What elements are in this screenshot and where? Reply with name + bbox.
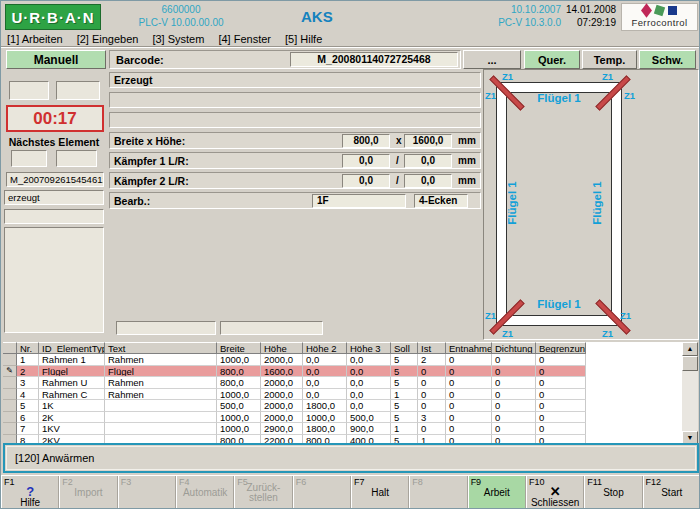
table-cell: 6 <box>17 412 39 424</box>
dimension-row-size: Breite x Höhe: 800,0 x 1600,0 mm <box>109 132 481 149</box>
table-column-header[interactable]: Nr. <box>17 342 39 354</box>
table-column-header[interactable]: Text <box>105 342 217 354</box>
scroll-up-icon[interactable]: ▲ <box>682 342 698 356</box>
kaempfer2-right-value: 0,0 <box>404 174 452 188</box>
temp-button[interactable]: Temp. <box>582 50 637 69</box>
table-row[interactable]: 1Rahmen 1Rahmen1000,02000,00,00,052000 <box>3 354 586 366</box>
schw-button[interactable]: Schw. <box>639 50 696 69</box>
fkey-label: Stop <box>603 488 624 498</box>
fkey-label: Start <box>661 488 682 498</box>
kaempfer2-left-value: 0,0 <box>342 174 390 188</box>
row-selector[interactable] <box>3 423 17 435</box>
menu-system[interactable]: [3] System <box>152 33 204 45</box>
menu-hilfe[interactable]: [5] Hilfe <box>285 33 322 45</box>
fkey-label: Hilfe <box>20 498 40 508</box>
table-cell: 2 <box>17 366 39 378</box>
part-label-right: Flügel 1 <box>591 168 603 238</box>
table-row[interactable]: 3Rahmen URahmen800,02000,00,00,050000 <box>3 377 586 389</box>
fkey-f5[interactable]: F5Zurück- stellen <box>234 476 292 509</box>
table-row[interactable]: 4Rahmen CRahmen1000,02000,00,00,010000 <box>3 389 586 401</box>
machine-number: 6600000 <box>111 3 251 16</box>
app-title: AKS <box>301 8 333 25</box>
fkey-number: F9 <box>471 477 482 487</box>
table-cell: 0 <box>418 389 446 401</box>
table-cell: 0 <box>536 389 586 401</box>
fkey-f10[interactable]: F10✕Schliessen <box>526 476 584 509</box>
scrollbar-thumb[interactable] <box>682 356 698 371</box>
table-cell: 0,0 <box>347 354 391 366</box>
table-scrollbar[interactable]: ▲ ▼ <box>682 342 698 445</box>
row-selector[interactable] <box>3 354 17 366</box>
table-cell: 0 <box>536 423 586 435</box>
table-row[interactable]: 71KV1000,02900,01800,0900,010000 <box>3 423 586 435</box>
table-column-header[interactable]: Höhe 2 <box>303 342 347 354</box>
fkey-f6[interactable]: F6 <box>293 476 351 509</box>
table-column-header[interactable]: Höhe 3 <box>347 342 391 354</box>
fkey-label: Schliessen <box>531 498 579 508</box>
table-cell: 0 <box>492 423 536 435</box>
table-column-header[interactable]: ID_ElementTyp <box>39 342 105 354</box>
row-selector[interactable] <box>3 389 17 401</box>
table-cell: 0 <box>418 400 446 412</box>
size-unit: mm <box>458 135 476 146</box>
left-field-2 <box>56 81 100 100</box>
table-row[interactable]: 51K500,02000,01800,00,050000 <box>3 400 586 412</box>
fkey-f7[interactable]: F7Halt <box>351 476 409 509</box>
fkey-f8[interactable]: F8 <box>409 476 467 509</box>
barcode-label: Barcode: <box>116 54 164 66</box>
bearb-value: 1F <box>312 194 406 208</box>
menu-arbeiten[interactable]: [1] Arbeiten <box>7 33 63 45</box>
fkey-f2[interactable]: F2Import <box>59 476 117 509</box>
fkey-number: F5 <box>237 477 248 487</box>
next-element-barcode: M_20070926154546129 <box>6 172 104 187</box>
row-selector[interactable] <box>3 400 17 412</box>
pc-version: PC-V 10.3.0.0 <box>481 16 561 29</box>
width-value: 800,0 <box>342 134 390 148</box>
quer-button[interactable]: Quer. <box>524 50 580 69</box>
table-cell: 0,0 <box>347 400 391 412</box>
element-status-field: Erzeugt <box>109 72 481 88</box>
table-cell: 0 <box>492 354 536 366</box>
table-column-header[interactable]: Breite <box>217 342 261 354</box>
table-cell <box>105 423 217 435</box>
table-cell: 2000,0 <box>261 400 303 412</box>
table-cell: 2000,0 <box>261 389 303 401</box>
menu-fenster[interactable]: [4] Fenster <box>218 33 271 45</box>
table-row[interactable]: ✎2FlügelFlügel800,01600,00,00,050000 <box>3 366 586 378</box>
mode-button-manuell[interactable]: Manuell <box>6 50 106 69</box>
size-separator: x <box>396 135 402 146</box>
table-cell: 5 <box>391 377 418 389</box>
table-cell: 500,0 <box>217 400 261 412</box>
fkey-f1[interactable]: F1?Hilfe <box>1 476 59 509</box>
fkey-f4[interactable]: F4Automatik <box>176 476 234 509</box>
ferrocontrol-brand-text: Ferrocontrol <box>622 17 697 28</box>
table-cell: 0 <box>446 377 492 389</box>
fkey-f12[interactable]: F12Start <box>643 476 700 509</box>
current-time: 07:29:19 <box>566 16 616 29</box>
barcode-input[interactable]: M_20080114072725468 <box>290 52 458 67</box>
fkey-f3[interactable]: F3 <box>118 476 176 509</box>
table-cell <box>105 412 217 424</box>
row-edit-indicator-icon[interactable]: ✎ <box>3 366 17 378</box>
table-column-header[interactable]: Entnahme <box>446 342 492 354</box>
current-date: 14.01.2008 <box>566 3 616 16</box>
fkey-f11[interactable]: F11Stop <box>584 476 642 509</box>
table-column-header[interactable]: Soll <box>391 342 418 354</box>
fkey-number: F1 <box>4 477 15 487</box>
row-selector[interactable] <box>3 412 17 424</box>
part-label-bottom: Flügel 1 <box>524 298 594 310</box>
menu-eingeben[interactable]: [2] Eingeben <box>77 33 139 45</box>
row-selector[interactable] <box>3 377 17 389</box>
next-field-1 <box>11 150 47 167</box>
table-cell: 1800,0 <box>303 423 347 435</box>
table-column-header[interactable]: Dichtung <box>492 342 536 354</box>
table-column-header[interactable]: Ist <box>418 342 446 354</box>
table-row[interactable]: 62K1000,02000,01000,0500,053000 <box>3 412 586 424</box>
table-column-header[interactable]: Begrenzung <box>536 342 586 354</box>
more-button[interactable]: ... <box>463 50 521 69</box>
table-cell: 1600,0 <box>261 366 303 378</box>
table-column-header[interactable]: Höhe <box>261 342 303 354</box>
corner-label-z1: Z1 <box>485 90 496 101</box>
fkey-f9[interactable]: F9Arbeit <box>468 476 526 509</box>
title-header: U·R·B·A·N 6600000 PLC-V 10.00.00.00 AKS … <box>1 1 700 32</box>
